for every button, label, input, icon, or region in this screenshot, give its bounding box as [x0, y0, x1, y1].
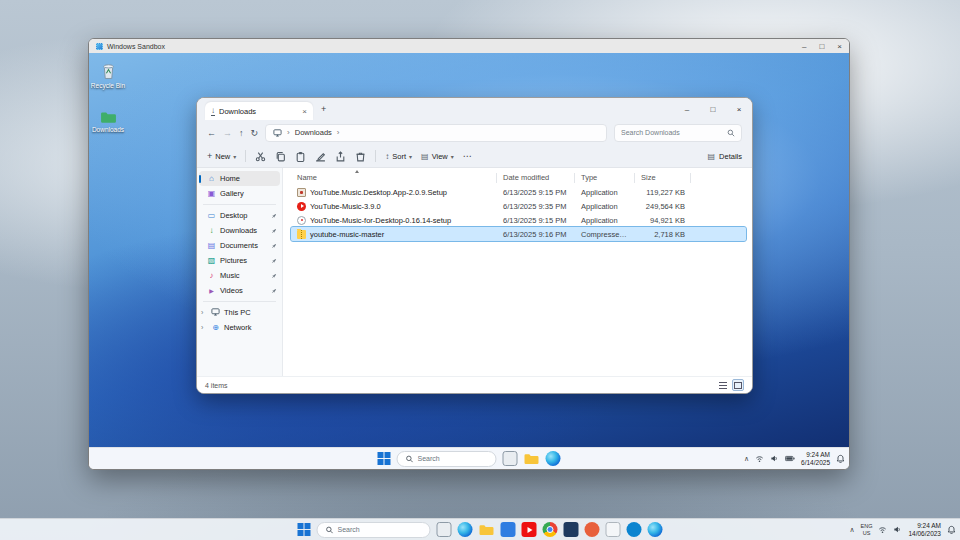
sandbox-clock[interactable]: 9:24 AM 6/14/2025 — [801, 451, 830, 467]
sandbox-maximize-button[interactable] — [819, 42, 824, 51]
pin-icon — [271, 258, 277, 264]
taskbar-app-icon[interactable] — [606, 522, 621, 537]
host-clock[interactable]: 9:24 AM 14/06/2023 — [908, 522, 941, 538]
tab-downloads[interactable]: Downloads — [205, 102, 313, 120]
forward-button[interactable] — [223, 128, 232, 138]
delete-icon[interactable] — [355, 151, 366, 162]
pin-icon — [271, 228, 277, 234]
file-row-selected[interactable]: youtube-music-master 6/13/2025 9:16 PM C… — [291, 227, 746, 241]
column-header-type[interactable]: Type — [575, 173, 635, 183]
taskbar-search[interactable] — [317, 522, 431, 538]
task-view-icon[interactable] — [437, 522, 452, 537]
sidebar-item-downloads[interactable]: Downloads — [199, 223, 280, 238]
videos-icon — [207, 287, 216, 295]
notifications-bell-icon[interactable] — [947, 525, 956, 534]
sandbox-close-button[interactable] — [837, 42, 842, 51]
taskbar-app-icon[interactable] — [564, 522, 579, 537]
search-icon — [406, 455, 414, 463]
cut-icon[interactable] — [255, 151, 266, 162]
new-button[interactable]: New — [207, 151, 236, 161]
details-pane-button[interactable]: Details — [708, 152, 743, 161]
volume-icon[interactable] — [893, 525, 902, 534]
sandbox-search-input[interactable] — [418, 455, 488, 462]
file-explorer-icon[interactable] — [479, 524, 495, 536]
separator — [245, 150, 246, 162]
desktop-icon-downloads[interactable]: Downloads — [89, 111, 130, 133]
back-button[interactable] — [207, 128, 216, 138]
sort-button[interactable]: Sort — [385, 152, 412, 161]
notifications-bell-icon[interactable] — [836, 454, 845, 463]
see-more-button[interactable] — [463, 151, 472, 161]
sandbox-taskbar-search[interactable] — [397, 451, 497, 467]
paste-icon[interactable] — [295, 151, 306, 162]
sandbox-window-title: Windows Sandbox — [107, 43, 165, 50]
sidebar-item-pictures[interactable]: Pictures — [199, 253, 280, 268]
large-icons-view-toggle[interactable] — [732, 379, 744, 391]
explorer-maximize-button[interactable] — [700, 98, 726, 120]
sandbox-minimize-button[interactable] — [802, 42, 806, 51]
start-button[interactable] — [298, 523, 311, 536]
explorer-search-box[interactable] — [614, 124, 742, 142]
sandbox-start-button[interactable] — [378, 452, 391, 465]
explorer-close-button[interactable] — [726, 98, 752, 120]
volume-icon[interactable] — [770, 454, 779, 463]
column-header-name[interactable]: Name — [291, 173, 497, 183]
sidebar-item-documents[interactable]: Documents — [199, 238, 280, 253]
column-header-size[interactable]: Size — [635, 173, 691, 183]
explorer-minimize-button[interactable] — [674, 98, 700, 120]
up-button[interactable] — [239, 128, 244, 138]
edge-icon[interactable] — [546, 451, 561, 466]
file-row[interactable]: YouTube-Music-3.9.0 6/13/2025 9:35 PM Ap… — [291, 199, 746, 213]
sidebar-item-home[interactable]: Home — [199, 171, 280, 186]
sidebar-item-gallery[interactable]: Gallery — [199, 186, 280, 201]
tray-chevron-icon[interactable] — [849, 526, 854, 534]
taskbar-app-icon[interactable] — [648, 522, 663, 537]
sidebar-separator — [203, 301, 276, 302]
search-icon — [727, 129, 735, 137]
recycle-bin-icon — [101, 61, 116, 80]
address-bar[interactable]: Downloads — [265, 124, 607, 142]
file-row[interactable]: YouTube-Music-for-Desktop-0.16.14-setup … — [291, 213, 746, 227]
refresh-button[interactable] — [251, 128, 259, 138]
sidebar-item-videos[interactable]: Videos — [199, 283, 280, 298]
view-button[interactable]: View — [421, 152, 454, 161]
share-icon[interactable] — [335, 151, 346, 162]
explorer-search-input[interactable] — [621, 129, 723, 136]
downloads-icon — [207, 227, 216, 235]
sidebar-item-network[interactable]: Network — [199, 320, 280, 335]
column-header-date-modified[interactable]: Date modified — [497, 173, 575, 183]
taskbar-app-icon[interactable] — [585, 522, 600, 537]
taskbar-app-icon[interactable] — [501, 522, 516, 537]
wifi-icon[interactable] — [878, 525, 887, 534]
copy-icon[interactable] — [275, 151, 286, 162]
host-desktop: Windows Sandbox Recycle Bin Downloads — [0, 0, 960, 540]
network-icon[interactable] — [755, 454, 764, 463]
task-view-icon[interactable] — [503, 451, 518, 466]
youtube-icon[interactable] — [522, 522, 537, 537]
sidebar-item-desktop[interactable]: Desktop — [199, 208, 280, 223]
edge-icon[interactable] — [458, 522, 473, 537]
new-tab-button[interactable] — [321, 98, 326, 120]
location-icon — [273, 128, 282, 137]
file-row[interactable]: YouTube.Music.Desktop.App-2.0.9.Setup 6/… — [291, 185, 746, 199]
documents-icon — [207, 242, 216, 250]
file-explorer-icon[interactable] — [524, 453, 540, 465]
rename-icon[interactable] — [315, 151, 326, 162]
sidebar-item-music[interactable]: Music — [199, 268, 280, 283]
chrome-icon[interactable] — [543, 522, 558, 537]
sandbox-titlebar[interactable]: Windows Sandbox — [89, 39, 849, 53]
taskbar-app-icon[interactable] — [627, 522, 642, 537]
expand-chevron-icon[interactable] — [201, 309, 207, 316]
tab-close-icon[interactable] — [302, 107, 307, 116]
details-view-toggle[interactable] — [717, 379, 729, 391]
language-indicator[interactable]: ENG US — [861, 523, 873, 536]
sidebar-item-this-pc[interactable]: This PC — [199, 305, 280, 320]
taskbar-search-input[interactable] — [338, 526, 422, 533]
battery-icon[interactable] — [785, 455, 795, 462]
expand-chevron-icon[interactable] — [201, 324, 207, 331]
tray-chevron-icon[interactable] — [744, 455, 749, 463]
breadcrumb-chevron-icon[interactable] — [337, 128, 340, 137]
desktop-icon-recycle-bin[interactable]: Recycle Bin — [89, 61, 130, 89]
breadcrumb[interactable]: Downloads — [295, 128, 332, 137]
music-icon — [207, 272, 216, 280]
